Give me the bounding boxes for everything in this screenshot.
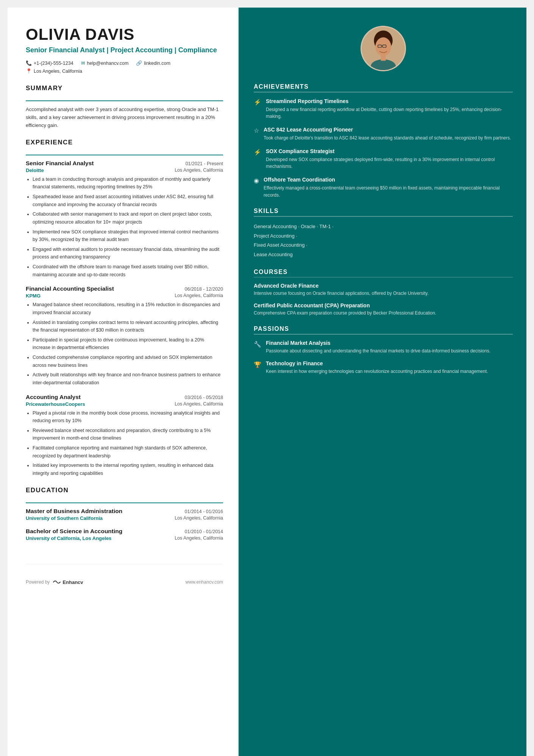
edu-1-header: Master of Business Administration 01/201… (26, 508, 223, 515)
skill-2: Oracle (301, 224, 315, 229)
passion-1: 🔧 Financial Market Analysis Passionate a… (254, 340, 513, 355)
bullet: Conducted comprehensive compliance repor… (33, 354, 223, 369)
course-2-desc: Comprehensive CPA exam preparation cours… (254, 310, 513, 317)
education-title: EDUCATION (26, 487, 223, 494)
skills-text: General Accounting · Oracle · TM-1 · Pro… (254, 222, 513, 260)
passion-1-icon: 🔧 (254, 341, 261, 348)
job-3-title: Accounting Analyst (26, 394, 81, 401)
location-item: 📍 Los Angeles, California (26, 68, 223, 74)
edu-2-sub: University of California, Los Angeles Lo… (26, 535, 223, 541)
education-divider (26, 502, 223, 503)
phone-item: 📞 +1-(234)-555-1234 (26, 60, 73, 66)
brand-name: Enhancv (62, 579, 83, 585)
bullet: Implemented new SOX compliance strategie… (33, 228, 223, 244)
bullet: Engaged with external auditors to provid… (33, 246, 223, 261)
svg-rect-7 (381, 55, 386, 61)
achievement-4-title: Offshore Team Coordination (264, 176, 513, 183)
footer-section: Powered by Enhancv www.enhancv.com (26, 564, 223, 585)
job-1-bullets: Led a team in conducting thorough analys… (26, 175, 223, 279)
bullet: Reviewed balance sheet reconciliations a… (33, 427, 223, 442)
job-1: Senior Financial Analyst 01/2021 - Prese… (26, 160, 223, 279)
job-2-title: Financial Accounting Specialist (26, 285, 114, 292)
edu-2-location: Los Angeles, California (175, 535, 223, 541)
edu-1-degree: Master of Business Administration (26, 508, 122, 515)
achievement-2-content: ASC 842 Lease Accounting Pioneer Took ch… (264, 126, 511, 142)
edu-1-location: Los Angeles, California (175, 515, 223, 521)
passions-divider (254, 334, 513, 335)
bullet: Facilitated compliance reporting and mai… (33, 444, 223, 460)
achievement-3-title: SOX Compliance Strategist (266, 148, 513, 155)
linkedin-item: 🔗 linkedin.com (136, 60, 170, 66)
phone-text: +1-(234)-555-1234 (34, 61, 73, 66)
link-icon: 🔗 (136, 60, 142, 66)
edu-1-school: University of Southern California (26, 515, 103, 521)
job-2-location: Los Angeles, California (175, 293, 223, 298)
achievement-2-desc: Took charge of Deloitte's transition to … (264, 135, 511, 142)
profile-photo-wrap (254, 26, 513, 71)
achievement-4: ◉ Offshore Team Coordination Effectively… (254, 176, 513, 199)
job-2-header: Financial Accounting Specialist 06/2018 … (26, 285, 223, 292)
achievement-3-content: SOX Compliance Strategist Developed new … (266, 148, 513, 170)
job-2-date: 06/2018 - 12/2020 (185, 286, 223, 292)
edu-2-degree: Bachelor of Science in Accounting (26, 528, 122, 535)
resume-container: OLIVIA DAVIS Senior Financial Analyst | … (8, 8, 526, 756)
left-column: OLIVIA DAVIS Senior Financial Analyst | … (8, 8, 239, 756)
job-3-company: PricewaterhouseCoopers (26, 401, 85, 407)
bullet: Coordinated with the offshore team to ma… (33, 263, 223, 279)
achievement-4-content: Offshore Team Coordination Effectively m… (264, 176, 513, 199)
skill-3: TM-1 (319, 224, 331, 229)
edu-2-school: University of California, Los Angeles (26, 535, 111, 541)
job-1-sub: Deloitte Los Angeles, California (26, 167, 223, 173)
experience-section: EXPERIENCE Senior Financial Analyst 01/2… (26, 139, 223, 477)
achievement-2: ☆ ASC 842 Lease Accounting Pioneer Took … (254, 126, 513, 142)
job-1-location: Los Angeles, California (175, 167, 223, 173)
achievement-1-title: Streamlined Reporting Timelines (266, 98, 513, 105)
passions-title: PASSIONS (254, 326, 513, 332)
location-text: Los Angeles, California (34, 69, 82, 74)
passion-1-content: Financial Market Analysis Passionate abo… (266, 340, 490, 355)
summary-section: SUMMARY Accomplished analyst with over 3… (26, 85, 223, 129)
edu-2-date: 01/2010 - 01/2014 (185, 529, 223, 534)
bullet: Spearheaded lease and fixed asset accoun… (33, 193, 223, 208)
email-icon: ✉ (81, 60, 85, 66)
achievement-4-icon: ◉ (254, 177, 259, 184)
courses-title: COURSES (254, 269, 513, 275)
skill-6: Lease Accounting (254, 252, 293, 257)
header-section: OLIVIA DAVIS Senior Financial Analyst | … (26, 26, 223, 74)
edu-1: Master of Business Administration 01/201… (26, 508, 223, 521)
course-2: Certified Public Accountant (CPA) Prepar… (254, 302, 513, 317)
candidate-title: Senior Financial Analyst | Project Accou… (26, 45, 223, 55)
skill-1: General Accounting (254, 224, 297, 229)
summary-title: SUMMARY (26, 85, 223, 92)
job-1-company: Deloitte (26, 167, 44, 173)
passions-section: PASSIONS 🔧 Financial Market Analysis Pas… (254, 326, 513, 375)
bullet: Assisted in translating complex contract… (33, 319, 223, 334)
achievement-3-icon: ⚡ (254, 149, 261, 156)
achievements-section: ACHIEVEMENTS ⚡ Streamlined Reporting Tim… (254, 83, 513, 199)
enhancv-logo: Enhancv (53, 579, 83, 585)
bullet: Collaborated with senior management to t… (33, 210, 223, 226)
achievement-3-desc: Developed new SOX compliance strategies … (266, 156, 513, 170)
summary-divider (26, 100, 223, 101)
job-2-sub: KPMG Los Angeles, California (26, 293, 223, 299)
course-1-title: Advanced Oracle Finance (254, 283, 513, 289)
skill-5: Fixed Asset Accounting (254, 242, 304, 248)
job-1-date: 01/2021 - Present (186, 161, 223, 166)
edu-1-sub: University of Southern California Los An… (26, 515, 223, 521)
job-3-header: Accounting Analyst 03/2016 - 05/2018 (26, 394, 223, 401)
linkedin-text: linkedin.com (144, 61, 170, 66)
skills-section: SKILLS General Accounting · Oracle · TM-… (254, 208, 513, 259)
candidate-name: OLIVIA DAVIS (26, 26, 223, 43)
passion-2-content: Technology in Finance Keen interest in h… (266, 360, 488, 375)
edu-1-date: 01/2014 - 01/2016 (185, 509, 223, 514)
experience-divider (26, 155, 223, 155)
achievement-2-icon: ☆ (254, 127, 259, 134)
footer-brand: Powered by Enhancv (26, 579, 83, 585)
skills-title: SKILLS (254, 208, 513, 214)
contact-row: 📞 +1-(234)-555-1234 ✉ help@enhancv.com 🔗… (26, 60, 223, 74)
skill-dot-4: · (296, 233, 297, 239)
courses-divider (254, 277, 513, 278)
profile-photo (361, 26, 406, 71)
job-2-bullets: Managed balance sheet reconciliations, r… (26, 301, 223, 387)
achievement-4-desc: Effectively managed a cross-continental … (264, 185, 513, 199)
